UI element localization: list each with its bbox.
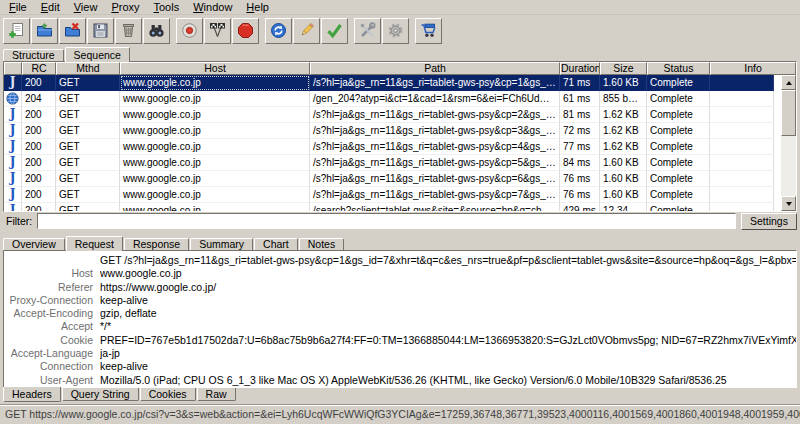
cart-button[interactable] <box>415 18 442 44</box>
cell-path: /s?hl=ja&gs_rn=11&gs_ri=tablet-gws-psy&c… <box>310 187 560 203</box>
column-header-info[interactable]: Info <box>710 62 796 75</box>
cell-host: www.google.co.jp <box>120 187 310 203</box>
header-value: Mozilla/5.0 (iPad; CPU OS 6_1_3 like Mac… <box>100 374 796 387</box>
cell-method: GET <box>56 203 120 211</box>
menu-bar: FileEditViewProxyToolsWindowHelp <box>0 0 800 15</box>
refresh-button[interactable] <box>265 18 292 44</box>
edit-pencil-button[interactable] <box>293 18 320 44</box>
menu-item-view[interactable]: View <box>67 0 105 14</box>
filter-input[interactable] <box>37 213 736 229</box>
column-header-rc[interactable]: RC <box>22 62 56 75</box>
toolbar <box>0 15 800 46</box>
column-header-mthd[interactable]: Mthd <box>56 62 120 75</box>
header-value: keep-alive <box>100 294 796 307</box>
open-folder-icon <box>36 22 53 39</box>
record-button[interactable] <box>176 18 203 44</box>
request-row[interactable]: J200GETwww.google.co.jp/s?hl=ja&gs_rn=11… <box>4 187 774 203</box>
cell-duration: 81 ms <box>560 107 600 123</box>
cell-rc: 204 <box>22 91 56 107</box>
tab-overview[interactable]: Overview <box>3 238 65 250</box>
menu-item-proxy[interactable]: Proxy <box>104 0 146 14</box>
column-header-size[interactable]: Size <box>600 62 647 75</box>
view-tab-strip: StructureSequence <box>3 47 131 61</box>
save-button[interactable] <box>87 18 114 44</box>
close-folder-button[interactable] <box>59 18 86 44</box>
cell-path: /s?hl=ja&gs_rn=11&gs_ri=tablet-gws-psy&c… <box>310 155 560 171</box>
scrollbar-thumb[interactable] <box>781 90 796 136</box>
table-scrollbar[interactable] <box>780 75 796 211</box>
json-icon: J <box>4 187 22 203</box>
tab-request[interactable]: Request <box>66 236 123 251</box>
header-key: User-Agent <box>4 374 100 387</box>
column-header-host[interactable]: Host <box>120 62 310 75</box>
subtab-query-string[interactable]: Query String <box>62 388 139 401</box>
request-row[interactable]: J200GETwww.google.co.jp/s?hl=ja&gs_rn=11… <box>4 123 774 139</box>
request-row[interactable]: J200GETwww.google.co.jp/search?sclient=t… <box>4 203 774 211</box>
subtab-headers[interactable]: Headers <box>3 387 61 402</box>
header-key: Referer <box>4 281 100 294</box>
subtab-raw[interactable]: Raw <box>197 388 236 401</box>
settings-gear-button[interactable] <box>382 18 409 44</box>
tab-structure[interactable]: Structure <box>3 49 64 61</box>
find-binoculars-button[interactable] <box>143 18 170 44</box>
scrollbar-down-button[interactable] <box>781 196 796 211</box>
menu-item-edit[interactable]: Edit <box>34 0 67 14</box>
tab-summary[interactable]: Summary <box>190 238 253 250</box>
header-line: Accept-Languageja-jp <box>4 347 796 360</box>
cell-method: GET <box>56 107 120 123</box>
tab-notes[interactable]: Notes <box>299 238 344 250</box>
request-row[interactable]: 204GETwww.google.co.jp/gen_204?atyp=i&ct… <box>4 91 774 107</box>
request-row[interactable]: J200GETwww.google.co.jp/s?hl=ja&gs_rn=11… <box>4 75 774 91</box>
trash-button[interactable] <box>115 18 142 44</box>
trash-icon <box>120 22 137 39</box>
checkered-flags-button[interactable] <box>204 18 231 44</box>
tab-sequence[interactable]: Sequence <box>65 47 130 62</box>
request-row[interactable]: J200GETwww.google.co.jp/s?hl=ja&gs_rn=11… <box>4 171 774 187</box>
header-value: GET /s?hl=ja&gs_rn=11&gs_ri=tablet-gws-p… <box>100 254 796 267</box>
request-row[interactable]: J200GETwww.google.co.jp/s?hl=ja&gs_rn=11… <box>4 155 774 171</box>
scrollbar-up-button[interactable] <box>781 75 796 90</box>
subtab-cookies[interactable]: Cookies <box>140 388 196 401</box>
tab-chart[interactable]: Chart <box>254 238 298 250</box>
tab-response[interactable]: Response <box>124 238 189 250</box>
cell-method: GET <box>56 139 120 155</box>
stop-button[interactable] <box>232 18 259 44</box>
request-row[interactable]: J200GETwww.google.co.jp/s?hl=ja&gs_rn=11… <box>4 107 774 123</box>
new-file-button[interactable] <box>3 18 30 44</box>
cell-method: GET <box>56 171 120 187</box>
cell-duration: 61 ms <box>560 91 600 107</box>
cell-path: /s?hl=ja&gs_rn=11&gs_ri=tablet-gws-psy&c… <box>310 139 560 155</box>
cell-status: Complete <box>647 155 710 171</box>
cell-info <box>710 187 774 203</box>
cell-path: /s?hl=ja&gs_rn=11&gs_ri=tablet-gws-psy&c… <box>310 75 560 91</box>
request-headers-view: GET /s?hl=ja&gs_rn=11&gs_ri=tablet-gws-p… <box>3 250 797 388</box>
cell-status: Complete <box>647 123 710 139</box>
menu-item-tools[interactable]: Tools <box>147 0 187 14</box>
filter-settings-button[interactable]: Settings <box>741 213 797 230</box>
menu-item-help[interactable]: Help <box>239 0 276 14</box>
column-header-path[interactable]: Path <box>310 62 560 75</box>
request-table: RCMthdHostPathDurationSizeStatusInfo J20… <box>3 61 797 212</box>
close-folder-icon <box>64 22 81 39</box>
header-line: Refererhttps://www.google.co.jp/ <box>4 281 796 294</box>
checkered-flags-icon <box>209 22 226 39</box>
find-binoculars-icon <box>148 22 165 39</box>
cell-path: /s?hl=ja&gs_rn=11&gs_ri=tablet-gws-psy&c… <box>310 123 560 139</box>
cell-host: www.google.co.jp <box>120 91 310 107</box>
header-line: Hostwww.google.co.jp <box>4 267 796 280</box>
cell-size: 1.60 KB <box>600 187 647 203</box>
menu-item-file[interactable]: File <box>2 0 34 14</box>
json-icon: J <box>4 75 22 91</box>
column-header-icon[interactable] <box>4 62 22 75</box>
menu-item-window[interactable]: Window <box>186 0 239 14</box>
cell-host: www.google.co.jp <box>120 139 310 155</box>
column-header-duration[interactable]: Duration <box>560 62 600 75</box>
refresh-icon <box>270 22 287 39</box>
tools-wrench-button[interactable] <box>354 18 381 44</box>
commit-check-button[interactable] <box>321 18 348 44</box>
cell-duration: 72 ms <box>560 123 600 139</box>
cell-rc: 200 <box>22 123 56 139</box>
request-row[interactable]: J200GETwww.google.co.jp/s?hl=ja&gs_rn=11… <box>4 139 774 155</box>
column-header-status[interactable]: Status <box>647 62 710 75</box>
open-folder-button[interactable] <box>31 18 58 44</box>
